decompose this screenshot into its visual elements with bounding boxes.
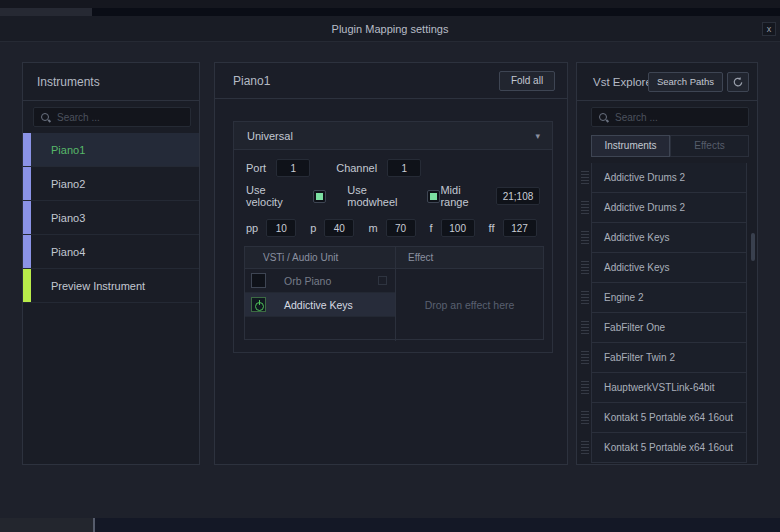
plugin-name[interactable]: Addictive Drums 2 (591, 163, 747, 193)
plugin-name[interactable]: Addictive Keys (591, 222, 747, 253)
tab-effects[interactable]: Effects (670, 135, 749, 157)
dialog-body: Instruments Piano1 Piano2 Piano3 (0, 42, 780, 518)
instrument-item-preview[interactable]: Preview Instrument (23, 269, 199, 303)
refresh-icon (732, 76, 744, 88)
instrument-item-piano1[interactable]: Piano1 (23, 133, 199, 167)
vst-explorer-header: Vst Explorer Search Paths (577, 63, 757, 101)
background-app-tab (0, 8, 92, 16)
vst-search-input[interactable] (615, 112, 742, 123)
instrument-item-piano4[interactable]: Piano4 (23, 235, 199, 269)
vsti-slot-list: Orb Piano Addictive Keys (245, 269, 395, 341)
vsti-slot-orb-piano[interactable]: Orb Piano (245, 269, 395, 293)
scrollbar-thumb[interactable] (751, 233, 755, 261)
midi-range-input[interactable] (496, 187, 540, 205)
vst-tabs: Instruments Effects (591, 135, 749, 157)
instrument-label: Piano3 (51, 212, 85, 224)
plugin-name[interactable]: Kontakt 5 Portable x64 16out (591, 402, 747, 433)
plugin-list-item[interactable]: Addictive Keys (579, 223, 755, 253)
plugin-name[interactable]: Addictive Keys (591, 252, 747, 283)
instrument-color-bar (23, 167, 31, 200)
plugin-list-item[interactable]: Engine 2 (579, 283, 755, 313)
plugin-list-item[interactable]: Addictive Drums 2 (579, 163, 755, 193)
plugin-list-item[interactable]: FabFilter Twin 2 (579, 343, 755, 373)
dynamic-p-input[interactable] (324, 219, 354, 237)
port-input[interactable] (276, 159, 310, 177)
effect-drop-zone[interactable]: Drop an effect here (395, 269, 543, 341)
plugin-name[interactable]: Kontakt 5 Portable x64 16out (591, 432, 747, 463)
drag-handle-icon (581, 441, 589, 454)
close-icon[interactable]: x (762, 22, 776, 36)
plugin-name[interactable]: Engine 2 (591, 282, 747, 313)
plugin-name (591, 462, 747, 463)
drag-handle-icon (581, 201, 589, 214)
plugin-list-item[interactable]: Addictive Keys (579, 253, 755, 283)
instrument-item-piano2[interactable]: Piano2 (23, 167, 199, 201)
search-icon (598, 112, 609, 123)
dynamic-pp-input[interactable] (266, 219, 296, 237)
plugin-name[interactable]: FabFilter Twin 2 (591, 342, 747, 373)
drag-handle-icon (581, 411, 589, 424)
plugin-list-item[interactable]: Kontakt 5 Portable x64 16out (579, 403, 755, 433)
dynamic-f-label: f (430, 222, 433, 234)
power-icon[interactable] (251, 297, 266, 312)
instruments-panel-header: Instruments (23, 63, 199, 101)
dynamic-m-input[interactable] (386, 219, 416, 237)
effect-column-header: Effect (395, 247, 543, 269)
instrument-label: Preview Instrument (51, 280, 145, 292)
vsti-slot-addictive-keys[interactable]: Addictive Keys (245, 293, 395, 317)
plugin-list-item[interactable]: FabFilter One (579, 313, 755, 343)
use-velocity-label: Use velocity (246, 184, 303, 208)
instrument-label: Piano2 (51, 178, 85, 190)
plugin-name[interactable]: Addictive Drums 2 (591, 192, 747, 223)
instrument-list: Piano1 Piano2 Piano3 Piano4 Preview Inst… (23, 133, 199, 464)
chevron-down-icon[interactable]: ▾ (535, 122, 540, 150)
instrument-label: Piano1 (51, 144, 85, 156)
instruments-search[interactable] (33, 107, 191, 127)
refresh-button[interactable] (727, 72, 749, 92)
plugin-list-item[interactable]: Kontakt 5 Portable x64 16out (579, 433, 755, 463)
dialog-title: Plugin Mapping settings (0, 16, 780, 42)
drag-handle-icon (581, 291, 589, 304)
background-bottom-strip (0, 518, 780, 532)
plugin-list-item[interactable]: HauptwerkVSTLink-64bit (579, 373, 755, 403)
use-velocity-checkbox[interactable] (313, 190, 326, 203)
channel-input[interactable] (387, 159, 421, 177)
port-label: Port (246, 162, 266, 174)
tab-instruments[interactable]: Instruments (591, 135, 670, 157)
universal-section: Universal ▾ Port Channel Use velocity Us… (233, 121, 553, 353)
use-modwheel-label: Use modwheel (347, 184, 417, 208)
velocity-modwheel-row: Use velocity Use modwheel Midi range (246, 186, 540, 206)
port-channel-row: Port Channel (246, 158, 540, 178)
drag-handle-icon (581, 381, 589, 394)
plugin-name[interactable]: FabFilter One (591, 312, 747, 343)
vsti-column-header: VSTi / Audio Unit (245, 247, 395, 269)
plugin-list-item[interactable]: Addictive Drums 2 (579, 193, 755, 223)
instrument-item-piano3[interactable]: Piano3 (23, 201, 199, 235)
vst-explorer-panel: Vst Explorer Search Paths Instruments Ef… (576, 62, 758, 465)
dynamic-ff-label: ff (489, 222, 495, 234)
fold-all-button[interactable]: Fold all (499, 71, 555, 91)
universal-section-header[interactable]: Universal ▾ (234, 122, 552, 150)
dynamic-p-label: p (310, 222, 316, 234)
instrument-color-bar (23, 235, 31, 268)
search-paths-button[interactable]: Search Paths (648, 72, 723, 92)
instrument-color-bar (23, 133, 31, 166)
drag-handle-icon (581, 351, 589, 364)
universal-section-title: Universal (247, 122, 293, 150)
plugin-slot-action-icon[interactable] (378, 276, 387, 285)
instruments-search-input[interactable] (57, 112, 184, 123)
use-modwheel-checkbox[interactable] (427, 190, 440, 203)
dynamic-f-input[interactable] (441, 219, 475, 237)
plugin-enabled-checkbox[interactable] (251, 273, 266, 288)
background-bottom-panel (0, 518, 93, 532)
vsti-slot-empty[interactable] (245, 317, 395, 341)
dynamics-row: pp p m f ff (246, 218, 540, 238)
drag-handle-icon (581, 261, 589, 274)
drag-handle-icon (581, 171, 589, 184)
vst-search[interactable] (591, 107, 749, 127)
dialog-header: Plugin Mapping settings x (0, 16, 780, 42)
plugin-name[interactable]: HauptwerkVSTLink-64bit (591, 372, 747, 403)
mapping-panel-title: Piano1 (233, 63, 270, 99)
dynamic-ff-input[interactable] (503, 219, 537, 237)
dynamic-m-label: m (368, 222, 377, 234)
